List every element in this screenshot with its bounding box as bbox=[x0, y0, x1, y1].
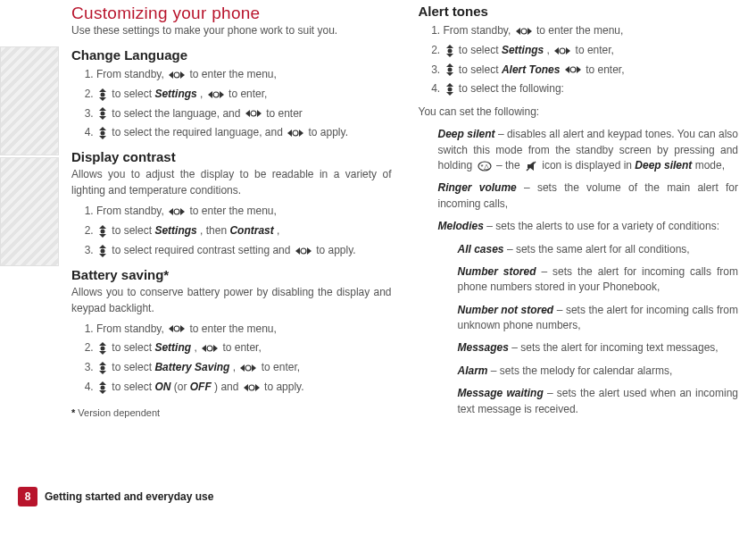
step: to select Battery Saving , to enter, bbox=[96, 360, 392, 375]
nav-up-down-icon bbox=[98, 225, 107, 238]
svg-marker-54 bbox=[516, 28, 520, 35]
nav-left-right-icon bbox=[245, 109, 262, 118]
text: to select bbox=[112, 381, 154, 393]
svg-point-64 bbox=[447, 68, 452, 72]
step: From standby, to enter the menu, bbox=[96, 322, 392, 337]
nav-up-down-icon bbox=[98, 127, 107, 139]
text: to enter, bbox=[576, 44, 614, 56]
step: to select required contrast setting and … bbox=[96, 243, 392, 258]
page-intro: Use these settings to make your phone wo… bbox=[71, 24, 392, 37]
menu-item-settings: Settings bbox=[502, 44, 544, 56]
nav-up-down-icon bbox=[98, 381, 107, 394]
nav-up-down-icon bbox=[445, 83, 454, 96]
text: to apply. bbox=[309, 126, 348, 138]
svg-marker-12 bbox=[245, 110, 250, 117]
nav-left-right-icon bbox=[516, 27, 532, 36]
section-desc: Allows you to adjust the display to be r… bbox=[71, 166, 392, 198]
steps-alert-tones: From standby, to enter the menu, to sele… bbox=[419, 23, 739, 96]
text: to apply. bbox=[264, 381, 303, 393]
steps-battery-saving: From standby, to enter the menu, to sele… bbox=[71, 322, 392, 395]
text: , bbox=[200, 88, 206, 100]
option-number-stored: Number stored – sets the alert for incom… bbox=[458, 264, 739, 296]
svg-marker-39 bbox=[202, 345, 206, 352]
svg-point-16 bbox=[101, 131, 105, 136]
text: – sets the alerts to use for a variety o… bbox=[486, 220, 719, 232]
text: From standby, bbox=[444, 24, 514, 37]
section-desc: Allows you to conserve battery power by … bbox=[71, 284, 392, 316]
svg-marker-36 bbox=[99, 342, 106, 346]
text: – sets the alert for incoming text messa… bbox=[511, 341, 718, 354]
svg-marker-68 bbox=[577, 66, 581, 73]
svg-marker-35 bbox=[180, 325, 185, 332]
page-footer: 8 Getting started and everyday use bbox=[18, 487, 213, 506]
svg-point-19 bbox=[293, 130, 298, 136]
text: – sets the same alert for all conditions… bbox=[507, 243, 690, 255]
steps-change-language: From standby, to enter the menu, to sele… bbox=[71, 67, 392, 140]
svg-marker-9 bbox=[99, 107, 106, 111]
footnote-star: * bbox=[71, 407, 75, 418]
label: Message waiting bbox=[458, 387, 544, 399]
svg-marker-69 bbox=[446, 83, 453, 87]
svg-marker-41 bbox=[213, 345, 218, 352]
svg-text:*△: *△ bbox=[480, 163, 489, 171]
text: to enter the menu, bbox=[189, 322, 276, 335]
svg-point-22 bbox=[174, 209, 179, 214]
text: to select bbox=[459, 63, 502, 76]
svg-point-46 bbox=[245, 365, 251, 371]
svg-marker-66 bbox=[565, 66, 569, 73]
svg-marker-15 bbox=[99, 127, 106, 130]
svg-marker-14 bbox=[257, 110, 262, 117]
page-title: Customizing your phone bbox=[71, 4, 392, 23]
manual-page: Customizing your phone Use these setting… bbox=[0, 0, 756, 424]
svg-point-13 bbox=[251, 111, 256, 116]
section-heading-display-contrast: Display contrast bbox=[71, 149, 392, 164]
left-column: Customizing your phone Use these setting… bbox=[71, 4, 392, 424]
melodies-sub-options: All cases – sets the same alert for all … bbox=[458, 242, 739, 418]
step: From standby, to enter the menu, bbox=[96, 204, 392, 219]
svg-marker-26 bbox=[99, 234, 106, 238]
svg-point-37 bbox=[101, 347, 105, 351]
footer-text: Getting started and everyday use bbox=[45, 490, 213, 503]
option-on: ON bbox=[154, 381, 170, 393]
text: to enter the menu, bbox=[189, 68, 276, 80]
option-number-not-stored: Number not stored – sets the alert for i… bbox=[458, 303, 739, 334]
step: to select the following: bbox=[444, 81, 739, 96]
svg-point-25 bbox=[101, 229, 105, 233]
svg-point-55 bbox=[521, 29, 527, 34]
text: to select bbox=[112, 341, 154, 354]
page-thumbnail bbox=[0, 46, 59, 155]
svg-marker-24 bbox=[99, 225, 106, 229]
svg-marker-21 bbox=[169, 208, 173, 215]
svg-marker-6 bbox=[208, 91, 212, 98]
svg-marker-11 bbox=[99, 116, 106, 120]
section-heading-change-language: Change Language bbox=[71, 47, 392, 63]
text: to select bbox=[459, 44, 502, 56]
option-message-waiting: Message waiting – sets the alert used wh… bbox=[458, 386, 739, 417]
option-messages: Messages – sets the alert for incoming t… bbox=[458, 340, 739, 356]
svg-marker-45 bbox=[240, 364, 245, 372]
svg-marker-63 bbox=[446, 63, 453, 67]
svg-marker-59 bbox=[446, 54, 453, 57]
nav-up-down-icon bbox=[98, 362, 107, 374]
page-thumbnail bbox=[0, 157, 59, 266]
svg-point-61 bbox=[560, 48, 565, 54]
step: to select Alert Tones to enter, bbox=[444, 63, 739, 78]
svg-marker-2 bbox=[180, 71, 185, 79]
svg-point-49 bbox=[101, 385, 105, 389]
menu-item-setting: Setting bbox=[154, 341, 191, 354]
nav-up-down-icon bbox=[98, 245, 107, 257]
svg-point-4 bbox=[101, 92, 105, 96]
svg-point-1 bbox=[174, 72, 179, 78]
svg-marker-65 bbox=[446, 72, 453, 76]
svg-point-52 bbox=[249, 385, 254, 390]
step: to select the required language, and to … bbox=[96, 125, 392, 140]
step: From standby, to enter the menu, bbox=[444, 23, 739, 38]
text: , bbox=[277, 224, 279, 237]
svg-marker-42 bbox=[99, 362, 106, 365]
text: From standby, bbox=[96, 205, 167, 217]
text: to enter the menu, bbox=[189, 205, 276, 217]
mute-icon bbox=[525, 160, 537, 172]
svg-marker-33 bbox=[169, 325, 173, 332]
footnote: * Version dependent bbox=[71, 407, 392, 418]
text: to select the language, and bbox=[112, 107, 243, 120]
